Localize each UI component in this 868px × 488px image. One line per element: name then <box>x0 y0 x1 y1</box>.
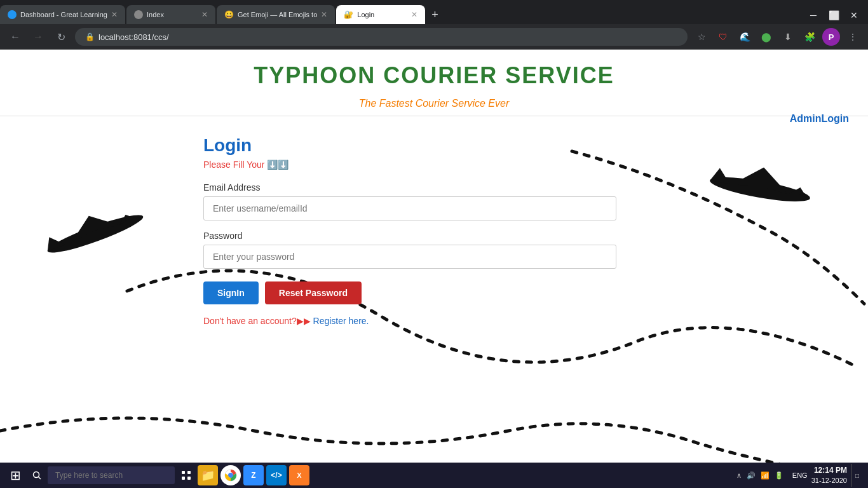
airplane-right-decoration <box>690 145 817 221</box>
tab-4-title: Login <box>357 11 407 18</box>
svg-point-8 <box>34 472 39 478</box>
clock-date: 31-12-2020 <box>811 476 847 485</box>
address-bar[interactable]: 🔒 localhost:8081/ccs/ <box>75 28 688 46</box>
new-tab-button[interactable]: + <box>426 5 444 24</box>
address-text: localhost:8081/ccs/ <box>98 32 169 42</box>
email-label: Email Address <box>203 182 635 193</box>
tab-3-favicon: 😀 <box>224 10 234 19</box>
maximize-button[interactable]: ⬜ <box>825 6 843 24</box>
battery-icon[interactable]: 🔋 <box>775 471 783 480</box>
password-form-group: Password <box>203 231 635 269</box>
svg-rect-10 <box>182 471 185 474</box>
tab-1-title: Dashboard - Great Learning <box>20 11 107 18</box>
tab-3-close[interactable]: ✕ <box>321 10 327 19</box>
airplane-left-decoration <box>25 196 153 259</box>
minimize-button[interactable]: ─ <box>804 6 822 24</box>
tab-4-favicon: 🔐 <box>344 10 353 19</box>
profile-icon[interactable]: P <box>822 28 840 46</box>
forward-button[interactable]: → <box>29 28 47 46</box>
email-input[interactable] <box>203 196 616 220</box>
button-row: SignIn Reset Password <box>203 281 635 304</box>
tab-1-favicon <box>8 10 17 19</box>
tab-2-close[interactable]: ✕ <box>201 10 208 19</box>
signin-button[interactable]: SignIn <box>203 281 259 304</box>
zoom-taskbar-icon[interactable]: Z <box>243 465 264 485</box>
extensions-icon[interactable]: 🧩 <box>801 28 818 46</box>
toolbar-icons: ☆ 🛡 🌊 ⬤ ⬇ 🧩 P ⋮ <box>693 28 862 46</box>
browser-chrome: Dashboard - Great Learning ✕ Index ✕ 😀 G… <box>0 0 868 50</box>
site-title: TYPHOON COURIER SERVICE <box>0 62 868 89</box>
xampp-taskbar-icon[interactable]: X <box>289 465 309 485</box>
svg-rect-11 <box>187 471 191 474</box>
star-icon[interactable]: ☆ <box>693 28 710 46</box>
register-row: Don't have an account?▶▶ Register here. <box>203 316 635 326</box>
svg-rect-12 <box>182 477 185 480</box>
task-view-button[interactable] <box>177 464 195 487</box>
tab-bar: Dashboard - Great Learning ✕ Index ✕ 😀 G… <box>0 0 868 24</box>
lock-icon: 🔒 <box>85 32 95 41</box>
svg-line-9 <box>39 477 41 480</box>
site-header: TYPHOON COURIER SERVICE The Fastest Cour… <box>0 50 868 116</box>
password-label: Password <box>203 231 635 241</box>
back-button[interactable]: ← <box>6 28 24 46</box>
edge-icon[interactable]: 🌊 <box>736 28 754 46</box>
tab-3-title: Get Emoji — All Emojis to <box>238 11 317 18</box>
tab-3[interactable]: 😀 Get Emoji — All Emojis to ✕ <box>217 5 335 24</box>
login-title: Login <box>203 135 635 156</box>
tab-4-close[interactable]: ✕ <box>411 10 417 19</box>
site-subtitle: The Fastest Courier Service Ever <box>0 98 868 109</box>
taskbar-right: ∧ 🔊 📶 🔋 ENG 12:14 PM 31-12-2020 □ <box>731 464 863 487</box>
vscode-taskbar-icon[interactable]: </> <box>266 465 287 485</box>
file-explorer-icon[interactable]: 📁 <box>198 465 218 485</box>
download-icon[interactable]: ⬇ <box>779 28 797 46</box>
page-content: TYPHOON COURIER SERVICE The Fastest Cour… <box>0 50 868 488</box>
menu-icon[interactable]: ⋮ <box>844 28 862 46</box>
start-button[interactable]: ⊞ <box>5 464 26 487</box>
tab-1-close[interactable]: ✕ <box>111 10 118 19</box>
svg-rect-13 <box>187 477 191 480</box>
chrome-taskbar-icon[interactable] <box>220 465 241 485</box>
chrome-icon[interactable]: ⬤ <box>757 28 775 46</box>
system-tray: ∧ 🔊 📶 🔋 <box>731 471 789 480</box>
register-link[interactable]: Register here. <box>313 316 369 326</box>
tab-1[interactable]: Dashboard - Great Learning ✕ <box>0 5 125 24</box>
tab-2-title: Index <box>147 11 198 18</box>
volume-icon[interactable]: 🔊 <box>747 471 756 480</box>
taskbar-search-input[interactable] <box>48 466 175 484</box>
refresh-button[interactable]: ↻ <box>52 28 70 46</box>
address-bar-row: ← → ↻ 🔒 localhost:8081/ccs/ ☆ 🛡 🌊 ⬤ ⬇ 🧩 … <box>0 24 868 50</box>
tab-4[interactable]: 🔐 Login ✕ <box>336 5 425 24</box>
system-clock[interactable]: 12:14 PM 31-12-2020 <box>811 466 847 485</box>
tab-2-favicon <box>134 10 143 19</box>
network-icon[interactable]: 📶 <box>761 471 770 480</box>
fill-notice: Please Fill Your ⬇️⬇️ <box>203 159 635 170</box>
shield-red-icon[interactable]: 🛡 <box>714 28 732 46</box>
login-container: Login Please Fill Your ⬇️⬇️ Email Addres… <box>203 135 635 326</box>
language-indicator: ENG <box>792 471 808 479</box>
password-input[interactable] <box>203 245 616 269</box>
show-desktop-button[interactable]: □ <box>851 464 863 487</box>
clock-time: 12:14 PM <box>811 466 847 476</box>
reset-password-button[interactable]: Reset Password <box>265 281 362 304</box>
register-prompt: Don't have an account?▶▶ <box>203 316 311 326</box>
close-button[interactable]: ✕ <box>845 6 863 24</box>
email-form-group: Email Address <box>203 182 635 220</box>
tab-2[interactable]: Index ✕ <box>126 5 215 24</box>
taskbar: ⊞ 📁 Z </> X ∧ 🔊 <box>0 463 868 488</box>
search-taskbar-button[interactable] <box>29 464 45 487</box>
tray-arrow[interactable]: ∧ <box>736 471 742 480</box>
admin-login-link[interactable]: AdminLogin <box>790 113 849 125</box>
